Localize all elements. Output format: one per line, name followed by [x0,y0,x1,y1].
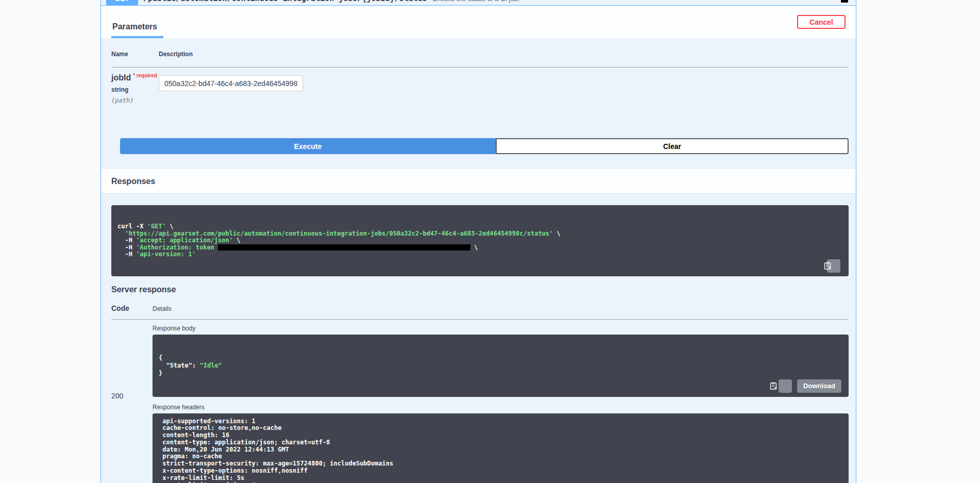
parameters-section: Name Description jobId* required string … [101,38,856,169]
response-headers-block: api-supported-versions: 1 cache-control:… [153,413,849,483]
response-body-block: { "State": "Idle"} [153,335,849,397]
tab-parameters[interactable]: Parameters [111,22,163,38]
download-button[interactable]: Download [797,379,841,393]
operation-summary[interactable]: GET /public/automation/continuous-integr… [101,0,856,6]
status-code: 200 [111,320,153,483]
response-body-label: Response body [153,325,849,332]
cancel-button[interactable]: Cancel [797,15,846,29]
copy-curl-button[interactable] [827,259,840,273]
responses-section-header: Responses [101,169,856,193]
parameters-name-header: Name [111,51,159,58]
lock-icon [840,0,849,3]
tab-bar: Parameters Cancel [101,6,856,38]
clear-button[interactable]: Clear [496,138,849,154]
server-response-code-header: Code [111,304,153,312]
copy-response-button[interactable] [779,379,792,393]
server-response-title: Server response [111,285,849,294]
parameter-type: string [111,86,159,93]
endpoint-path: /public/automation/continuous-integratio… [143,0,427,3]
responses-title: Responses [111,177,155,186]
clipboard-icon [770,367,800,397]
responses-body: curl -X 'GET' \ 'https://api.gearset.com… [101,193,856,483]
operation-block: GET /public/automation/continuous-integr… [100,0,856,483]
chevron-up-icon [826,0,835,3]
parameters-description-header: Description [159,51,849,58]
server-response-row: 200 Response body { "State": "Idle"} [111,320,849,483]
execute-button[interactable]: Execute [120,138,496,154]
clipboard-icon [824,246,843,276]
jobid-input[interactable] [159,75,303,91]
required-badge: * required [133,73,157,78]
server-response-details-header: Details [153,305,849,312]
parameter-name: jobId* required [111,73,159,82]
response-headers-label: Response headers [153,404,849,411]
endpoint-description: Checks the status of a CI job. [432,0,520,3]
parameter-location: (path) [111,97,159,104]
collapse-button[interactable] [826,0,835,3]
authorize-button[interactable] [840,0,849,3]
http-method-badge: GET [106,0,138,6]
curl-command-block: curl -X 'GET' \ 'https://api.gearset.com… [111,205,849,276]
parameter-row: jobId* required string (path) [111,68,849,104]
